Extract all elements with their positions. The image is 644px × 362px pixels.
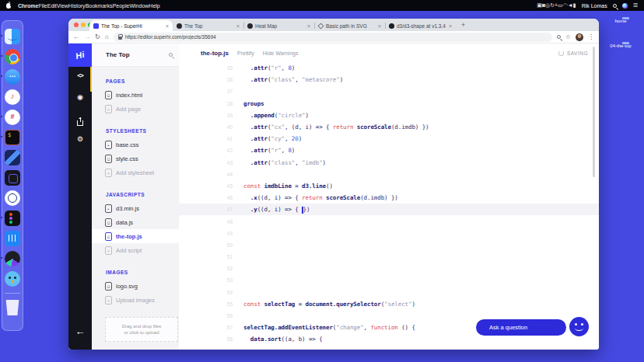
zoom-icon[interactable] (557, 35, 561, 39)
browser-tab[interactable]: d3/d3-shape at v1.3.4× (385, 20, 456, 31)
code-line-54[interactable]: 54 (179, 287, 599, 298)
dock-item-darkapp[interactable] (5, 170, 20, 186)
desktop-icon-home[interactable]: home (602, 19, 639, 23)
home-icon[interactable]: ⌂ (105, 31, 109, 44)
menu-username[interactable]: Rik Lomas (582, 3, 607, 9)
dock-item-chrome[interactable] (5, 49, 20, 64)
dock-item-airmail[interactable] (5, 190, 20, 206)
sidebar-item-add-stylesheet[interactable]: Add stylesheet (92, 165, 179, 179)
code-line-38[interactable]: 38groups (179, 98, 599, 110)
menu-item-window[interactable]: Window (129, 3, 149, 9)
code-line-46[interactable]: 46 .x((d, i) => { return scoreScale(d.im… (179, 192, 599, 204)
menu-item-file[interactable]: File (38, 3, 47, 9)
menu-item-bookmarks[interactable]: Bookmarks (86, 3, 113, 9)
menu-item-people[interactable]: People (113, 3, 130, 9)
menu-item-edit[interactable]: Edit (47, 3, 57, 9)
dock-item-finder[interactable] (5, 29, 20, 44)
siri-icon[interactable] (622, 3, 628, 9)
dock-item-bird[interactable] (5, 271, 20, 287)
dock-item-figma[interactable] (5, 211, 20, 226)
dock-item-terminal[interactable] (5, 130, 20, 145)
new-tab-icon[interactable]: + (461, 22, 465, 29)
scrollbar[interactable] (593, 47, 595, 177)
dock-item-vscode[interactable] (5, 150, 20, 165)
status-battery-icon[interactable]: ▮ (573, 2, 576, 8)
preview-eye-icon[interactable]: ◉ (68, 93, 92, 101)
menu-item-help[interactable]: Help (149, 3, 159, 9)
hide-warnings-button[interactable]: Hide Warnings (263, 50, 299, 56)
status-display-icon[interactable]: ▭ (558, 2, 563, 8)
code-line-50[interactable]: 50 (179, 239, 599, 251)
sidebar-item-the-top-js[interactable]: the-top.js (92, 229, 179, 243)
sidebar-item-data-js[interactable]: data.js (92, 215, 179, 229)
browser-tab[interactable]: Basic path in SVG× (314, 20, 385, 31)
tab-close-icon[interactable]: × (307, 23, 310, 29)
apple-menu-icon[interactable] (6, 3, 11, 9)
sidebar-item-base-css[interactable]: base.css (92, 137, 179, 151)
prettify-button[interactable]: Prettify (237, 50, 254, 56)
back-arrow-icon[interactable]: ← (68, 325, 92, 337)
menu-item-chrome[interactable]: Chrome (18, 3, 38, 9)
browser-tab[interactable]: The Top - SuperHi× (89, 20, 173, 31)
status-volume-icon[interactable]: ◄ (568, 2, 573, 8)
tab-close-icon[interactable]: × (166, 23, 169, 29)
sidebar-item-logo-svg[interactable]: logo.svg (92, 279, 179, 293)
dock-item-intercom[interactable] (5, 231, 20, 246)
close-window-button[interactable] (74, 23, 79, 27)
profile-avatar[interactable] (576, 33, 583, 41)
code-line-35[interactable]: 35 .attr("r", 8) (179, 62, 599, 74)
minimize-window-button[interactable] (81, 23, 86, 27)
code-line-55[interactable]: 55const selectTag = document.querySelect… (179, 298, 599, 310)
sidebar-item-upload-images[interactable]: Upload images (92, 293, 179, 307)
settings-gear-icon[interactable]: ⚙ (68, 135, 92, 143)
browser-tab[interactable]: Heat Map× (243, 20, 314, 31)
share-icon[interactable] (68, 115, 92, 129)
search-icon[interactable] (169, 53, 173, 57)
reload-icon[interactable]: ↻ (95, 31, 100, 44)
back-icon[interactable]: ← (73, 31, 79, 44)
dock-item-music[interactable] (5, 89, 20, 105)
sidebar-item-add-page[interactable]: Add page (92, 102, 179, 116)
code-line-36[interactable]: 36 .attr("class", "metascore") (179, 74, 599, 85)
ask-question-button[interactable]: Ask a question (476, 319, 566, 336)
code-line-47[interactable]: 47 .y((d, i) => { }) (179, 204, 599, 215)
code-line-48[interactable]: 48 (179, 215, 599, 227)
help-smiley-button[interactable] (569, 317, 589, 336)
code-line-52[interactable]: 52 (179, 263, 599, 274)
code-line-37[interactable]: 37 (179, 85, 599, 97)
code-line-39[interactable]: 39 .append("circle") (179, 110, 599, 121)
forward-icon[interactable]: → (84, 31, 90, 44)
menu-item-history[interactable]: History (68, 3, 86, 9)
menu-item-view[interactable]: View (57, 3, 68, 9)
code-panel-icon[interactable]: <> (68, 72, 92, 79)
notification-center-icon[interactable]: ☰ (633, 0, 638, 11)
dock-item-messages[interactable] (5, 69, 20, 85)
sidebar-item-style-css[interactable]: style.css (92, 151, 179, 165)
bookmark-star-icon[interactable]: ☆ (565, 33, 571, 40)
code-line-45[interactable]: 45const imdbLine = d3.line() (179, 180, 599, 192)
dock-item-trash[interactable] (5, 300, 20, 315)
dock-item-slack[interactable] (5, 110, 20, 125)
tab-close-icon[interactable]: × (449, 23, 452, 29)
url-bar[interactable]: https://editor.superhi.com/projects/3569… (114, 33, 552, 42)
code-line-41[interactable]: 41 .attr("cy", 20) (179, 133, 599, 144)
code-line-53[interactable]: 53 (179, 274, 599, 286)
tab-close-icon[interactable]: × (236, 23, 240, 29)
code-line-40[interactable]: 40 .attr("cx", (d, i) => { return scoreS… (179, 121, 599, 133)
status-wifi-icon[interactable]: ◠ (563, 2, 568, 8)
code-line-51[interactable]: 51 (179, 251, 599, 263)
code-line-49[interactable]: 49 (179, 228, 599, 239)
code-line-42[interactable]: 42 .attr("r", 8) (179, 144, 599, 156)
upload-dropzone[interactable]: Drag and drop files or click to upload (105, 317, 178, 342)
spotlight-icon[interactable] (613, 4, 617, 8)
dock-item-disc[interactable] (5, 251, 20, 266)
browser-menu-icon[interactable]: ⋮ (588, 33, 594, 40)
browser-tab[interactable]: The Top× (173, 20, 243, 31)
status-screen-icon[interactable]: ▣ (537, 2, 542, 8)
sidebar-item-index-html[interactable]: index.html (92, 88, 179, 102)
superhi-logo[interactable]: Hi (68, 44, 92, 67)
desktop-icon-04-the-top[interactable]: 04-the-top (602, 44, 639, 48)
sidebar-item-add-script[interactable]: Add script (92, 243, 179, 257)
url-text[interactable]: https://editor.superhi.com/projects/3569… (125, 34, 216, 40)
tab-close-icon[interactable]: × (378, 23, 381, 29)
